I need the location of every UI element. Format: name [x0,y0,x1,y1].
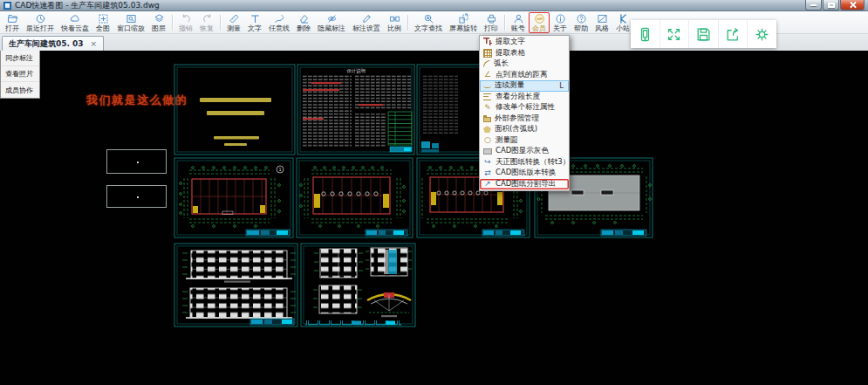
print-button[interactable]: 打印 [481,12,502,33]
continuous-measure-icon [483,83,491,88]
menu-item-point-line-distance[interactable]: 点到直线的距离 [480,70,569,81]
menu-item-segment-length[interactable]: 查看分段长度 [480,92,569,103]
split-export-icon [483,180,492,189]
scale-button[interactable]: 比例 [384,12,405,33]
info-icon [555,13,566,24]
screen-rotate-button[interactable]: 屏幕旋转 [446,12,481,33]
menu-item-continuous-measure[interactable]: 连续测量L [480,80,569,92]
left-context-menu: 同步标注 查看照片 成员协作 [0,51,40,99]
menu-item-cad-gray-display[interactable]: CAD图显示灰色 [480,146,569,157]
share-export-button[interactable] [719,20,748,48]
device-preview-button[interactable] [631,20,660,48]
tianzheng-convert-icon [483,158,492,167]
layers-icon [154,13,165,24]
eraser-icon [298,13,310,24]
cloud-icon [70,13,81,24]
pencil-settings-icon [361,13,372,24]
window-zoom-icon [126,13,137,24]
sheet-floor-plan-2 [297,158,413,237]
menu-item-extract-table[interactable]: 提取表格 [480,48,569,59]
settings-button[interactable] [748,20,776,48]
member-collab-item[interactable]: 成员协作 [1,82,39,98]
extract-table-icon [483,49,492,58]
document-tab[interactable]: 生产车间建筑05. 03 × [2,36,104,51]
menu-item-measure-circle[interactable]: 测量圆 [480,135,569,147]
sync-annotation-item[interactable]: 同步标注 [1,51,39,66]
arc-length-icon [483,60,490,67]
extract-text-icon [483,38,492,46]
menu-item-area[interactable]: 面积(含弧线) [480,124,569,135]
sheet-sections-detail [301,244,415,327]
vip-member-button[interactable]: VIP 会员 [529,12,550,33]
axis-marker: 1 [278,167,281,172]
k-logo-icon [618,13,629,24]
toolbar-separator [504,15,505,31]
minimize-button[interactable] [805,0,822,10]
annotation-settings-button[interactable]: 标注设置 [349,12,384,33]
canvas-empty-frame [106,149,167,174]
close-icon [849,1,857,9]
save-icon [695,26,712,43]
view-photos-item[interactable]: 查看照片 [1,66,39,82]
about-button[interactable]: 关于 [550,12,571,33]
shortcut-label: L [559,81,566,90]
window-zoom-button[interactable]: 窗口缩放 [113,12,148,33]
toolbar-separator [220,15,221,31]
toolbar-separator [172,15,173,31]
title-bar: CAD快速看图 - 生产车间建筑05.03.dwg [0,0,868,11]
measure-button[interactable]: 测量 [223,12,244,33]
full-extent-button[interactable]: 全图 [92,12,113,33]
modify-annotation-icon [483,103,492,112]
menu-item-arc-length[interactable]: 弧长 [480,58,569,70]
undo-button[interactable]: 撤销 [175,12,196,33]
text-find-button[interactable]: 文字查找 [411,12,446,33]
save-button[interactable] [689,20,719,48]
minimize-icon [810,4,817,6]
ratio-icon [389,13,400,24]
point-line-distance-icon [483,71,492,79]
delete-button[interactable]: 删除 [293,12,314,33]
tab-close-icon[interactable]: × [91,39,98,48]
pencil-icon [274,13,285,24]
rotate-icon [458,13,469,24]
cad-gray-icon [483,148,492,155]
menu-item-split-export[interactable]: CAD图纸分割导出 [480,179,569,190]
full-extent-icon [98,13,109,24]
open-button[interactable]: 打开 [2,12,23,33]
layers-button[interactable]: 图层 [148,12,169,33]
search-text-icon [423,13,434,24]
text-button[interactable]: 文字 [244,12,265,33]
fullscreen-expand-button[interactable] [660,20,690,48]
menu-item-modify-annotation[interactable]: 修改单个标注属性 [480,102,569,113]
redo-icon [202,13,213,24]
menu-item-xref-manage[interactable]: 外部参照管理 [480,113,569,125]
style-icon [597,13,608,24]
maximize-button[interactable] [823,0,839,10]
free-line-button[interactable]: 任意线 [265,12,293,33]
close-button[interactable] [840,0,865,10]
account-button[interactable]: 账号 [508,12,529,33]
style-button[interactable]: 风格 [591,12,612,33]
help-button[interactable]: 帮助 [571,12,591,33]
cloud-drive-button[interactable]: 快看云盘 [58,12,92,33]
text-icon [249,13,261,24]
xref-manage-icon [483,117,491,122]
hide-annotation-button[interactable]: 隐藏标注 [314,12,349,33]
design-notes-title: 设计说明 [346,68,366,74]
version-convert-icon [483,168,492,177]
app-icon [3,2,11,10]
menu-item-version-convert[interactable]: CAD图纸版本转换 [480,168,569,179]
printer-icon [486,13,497,24]
toolbar-separator [407,15,408,31]
maximize-icon [828,3,835,8]
menu-item-tianzheng-convert[interactable]: 天正图纸转换（转t3） [480,157,569,168]
cad-drawing: 设计说明 [172,63,657,379]
recent-open-button[interactable]: 最近打开 [23,12,58,33]
window-controls [805,0,865,10]
drawing-canvas[interactable]: 同步标注 查看照片 成员协作 我们就是这么做的 [0,51,868,385]
menu-item-extract-text[interactable]: 提取文字 [480,37,569,48]
window-title: CAD快速看图 - 生产车间建筑05.03.dwg [15,0,160,11]
question-icon [576,13,587,24]
redo-button[interactable]: 恢复 [196,12,217,33]
gear-icon [754,26,770,43]
